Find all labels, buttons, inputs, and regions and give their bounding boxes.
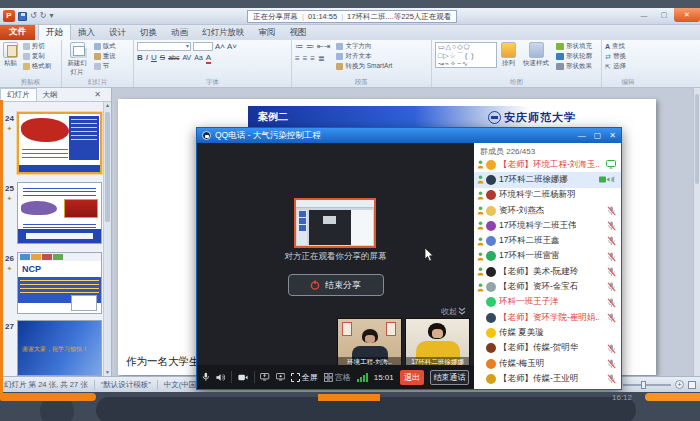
slide-thumbnail-27[interactable]: 27 谢谢大家，祝学习愉快！ (0, 320, 104, 378)
layout-button[interactable]: 版式 (94, 42, 116, 51)
bullets-icon[interactable]: ≔ (295, 42, 303, 51)
fit-to-window-icon[interactable] (688, 381, 696, 389)
collapse-toggle[interactable]: 收起 (441, 306, 466, 317)
member-row[interactable]: 【老师】传媒-王业明 (474, 371, 621, 386)
align-center-icon[interactable]: ≡ (303, 54, 308, 63)
slide-thumbnail-26[interactable]: 26 ✦ NCP (0, 252, 104, 316)
tab-home[interactable]: 开始 (38, 24, 71, 40)
shape-effects-button[interactable]: 形状效果 (556, 62, 592, 71)
member-row[interactable]: 资环-刘燕杰 (474, 203, 621, 218)
section-button[interactable]: 节 (94, 62, 116, 71)
member-row[interactable]: 【老师】法学-严春丽 (474, 386, 621, 389)
workspace-scrollbar[interactable] (693, 88, 700, 376)
shrink-font-icon[interactable]: A˅ (227, 42, 237, 51)
underline-button[interactable]: U (151, 53, 157, 62)
copy-button[interactable]: 复制 (23, 52, 52, 61)
align-left-icon[interactable]: ≡ (295, 54, 300, 63)
italic-button[interactable]: I (146, 53, 148, 62)
new-slide-button[interactable]: 新建幻灯片 (65, 42, 89, 77)
text-direction-button[interactable]: 文字方向 (336, 42, 392, 51)
member-row[interactable]: 17环科一班雷雷 (474, 249, 621, 264)
clear-format-button[interactable]: abc (168, 54, 179, 61)
member-row[interactable]: 环科一班王子洋 (474, 295, 621, 310)
video-thumbnail-teacher[interactable]: 环境工程-刘海.. (337, 318, 402, 367)
char-spacing-button[interactable]: AV (182, 54, 191, 61)
font-color-button[interactable]: A (206, 53, 211, 64)
video-thumbnail-student[interactable]: 17环科二班徐娜娜 (405, 318, 470, 367)
microphone-button[interactable] (202, 371, 210, 383)
reset-button[interactable]: 重设 (94, 52, 116, 61)
qat-dropdown-icon[interactable]: ▾ (49, 11, 53, 21)
tab-transitions[interactable]: 切换 (133, 25, 164, 40)
speaker-button[interactable] (216, 372, 225, 383)
align-text-button[interactable]: 对齐文本 (336, 52, 392, 61)
slides-tab[interactable]: 幻灯片 (0, 88, 37, 101)
minimize-button[interactable]: — (634, 8, 654, 22)
undo-icon[interactable]: ↺ (30, 11, 37, 21)
member-row[interactable]: 17环科二班徐娜娜 (474, 172, 621, 187)
zoom-slider[interactable] (623, 384, 671, 386)
grid-layout-button[interactable]: 宫格 (324, 372, 351, 383)
whiteboard-button[interactable] (276, 372, 285, 382)
fullscreen-button[interactable]: 全屏 (291, 372, 318, 383)
redo-icon[interactable]: ↻ (40, 11, 47, 21)
arrange-button[interactable]: 排列 (501, 42, 516, 68)
powerpoint-icon[interactable]: P (3, 10, 15, 22)
member-row[interactable]: 【老师】资环学院-崔明娟.. (474, 310, 621, 325)
qq-close-icon[interactable]: ✕ (609, 131, 616, 140)
quick-styles-button[interactable]: 快速样式 (523, 42, 549, 68)
select-button[interactable]: ⇱选择 (605, 62, 626, 71)
share-screen-button[interactable] (260, 372, 269, 382)
align-right-icon[interactable]: ≡ (310, 54, 315, 63)
qq-maximize-icon[interactable]: ▢ (594, 131, 602, 140)
member-row[interactable]: 17环科二班王鑫 (474, 233, 621, 248)
restore-button[interactable]: ▢ (654, 8, 674, 22)
tab-review[interactable]: 审阅 (252, 25, 283, 40)
indent-icons[interactable]: ⇤⇥ (317, 42, 330, 51)
slides-panel-scrollbar[interactable]: ▲ ▼ (103, 102, 111, 376)
numbering-icon[interactable]: ≕ (306, 42, 314, 51)
bold-button[interactable]: B (137, 53, 143, 62)
grow-font-icon[interactable]: A˄ (215, 42, 225, 51)
member-row[interactable]: 17环境科学二班王伟 (474, 218, 621, 233)
slide-thumbnail-24[interactable]: 24 ✦ (0, 112, 104, 176)
slide-thumbnail-25[interactable]: 25 ✦ (0, 182, 104, 246)
find-button[interactable]: A查找 (605, 42, 626, 51)
end-call-button[interactable]: 结束通话 (430, 370, 469, 385)
change-case-button[interactable]: Aa (194, 54, 203, 61)
exit-button[interactable]: 退出 (400, 370, 425, 385)
tab-insert[interactable]: 插入 (71, 25, 102, 40)
tab-slideshow[interactable]: 幻灯片放映 (195, 25, 252, 40)
save-icon[interactable] (18, 12, 27, 21)
close-button[interactable]: ✕ (674, 8, 700, 22)
paste-button[interactable]: 粘贴 (3, 42, 18, 68)
font-size-select[interactable] (193, 42, 213, 51)
camera-button[interactable] (238, 373, 248, 382)
cut-button[interactable]: 剪切 (23, 42, 52, 51)
panel-close-icon[interactable]: ✕ (94, 90, 101, 99)
tab-file[interactable]: 文件 (0, 24, 35, 40)
font-name-select[interactable] (137, 42, 191, 51)
member-row[interactable]: 传媒-梅玉明 (474, 356, 621, 371)
tab-design[interactable]: 设计 (102, 25, 133, 40)
member-row[interactable]: 【老师】资环-金宝石 (474, 279, 621, 294)
shape-fill-button[interactable]: 形状填充 (556, 42, 592, 51)
smartart-button[interactable]: 转换为 SmartArt (336, 62, 392, 71)
member-row[interactable]: 【老师】美术-阮建玲 (474, 264, 621, 279)
shapes-gallery[interactable]: ▭△○◇⬠□▷☆⌒( )↝⌁✧~∿ (435, 42, 497, 68)
member-row[interactable]: 环境科学二班杨新羽 (474, 188, 621, 203)
qq-titlebar[interactable]: QQ电话 - 大气污染控制工程 — ▢ ✕ (197, 128, 621, 143)
zoom-in-button[interactable]: + (675, 380, 684, 389)
strikethrough-button[interactable]: S (160, 53, 165, 62)
justify-icon[interactable]: ≣ (318, 54, 325, 63)
tab-view[interactable]: 视图 (283, 25, 314, 40)
outline-tab[interactable]: 大纲 (37, 89, 64, 101)
member-row[interactable]: 【老师】环境工程-刘海玉.. (474, 157, 621, 172)
tab-animations[interactable]: 动画 (164, 25, 195, 40)
format-painter-button[interactable]: 格式刷 (23, 62, 52, 71)
member-row[interactable]: 【老师】传媒-贺明华 (474, 341, 621, 356)
shape-outline-button[interactable]: 形状轮廓 (556, 52, 592, 61)
replace-button[interactable]: ⇄替换 (605, 52, 626, 61)
member-row[interactable]: 传媒 夏美璇 (474, 325, 621, 340)
end-share-button[interactable]: 结束分享 (288, 274, 384, 296)
